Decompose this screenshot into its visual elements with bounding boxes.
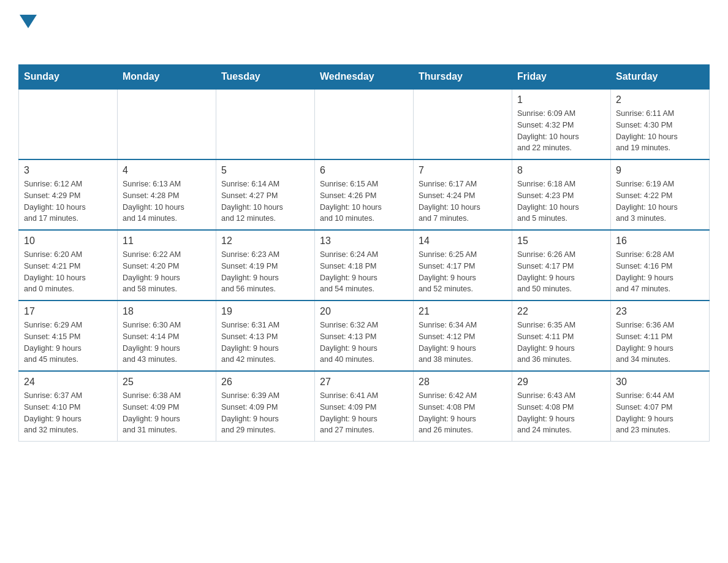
day-number: 13: [320, 236, 408, 247]
day-info: Sunrise: 6:29 AMSunset: 4:15 PMDaylight:…: [24, 320, 112, 366]
calendar-cell: 14Sunrise: 6:25 AMSunset: 4:17 PMDayligh…: [414, 230, 512, 301]
calendar-cell: 21Sunrise: 6:34 AMSunset: 4:12 PMDayligh…: [414, 301, 512, 371]
weekday-header-friday: Friday: [512, 65, 611, 90]
day-info: Sunrise: 6:15 AMSunset: 4:26 PMDaylight:…: [320, 178, 408, 224]
day-info: Sunrise: 6:11 AMSunset: 4:30 PMDaylight:…: [616, 108, 704, 154]
day-number: 8: [517, 165, 605, 176]
calendar-week-2: 3Sunrise: 6:12 AMSunset: 4:29 PMDaylight…: [19, 159, 710, 230]
day-info: Sunrise: 6:24 AMSunset: 4:18 PMDaylight:…: [320, 249, 408, 295]
calendar-cell: 4Sunrise: 6:13 AMSunset: 4:28 PMDaylight…: [118, 159, 216, 230]
day-info: Sunrise: 6:13 AMSunset: 4:28 PMDaylight:…: [123, 178, 211, 224]
day-info: Sunrise: 6:09 AMSunset: 4:32 PMDaylight:…: [517, 108, 605, 154]
day-info: Sunrise: 6:30 AMSunset: 4:14 PMDaylight:…: [123, 320, 211, 366]
day-info: Sunrise: 6:34 AMSunset: 4:12 PMDaylight:…: [419, 320, 507, 366]
calendar-cell: 23Sunrise: 6:36 AMSunset: 4:11 PMDayligh…: [611, 301, 710, 371]
day-number: 1: [517, 94, 605, 105]
calendar-cell: [414, 89, 512, 159]
calendar-cell: 10Sunrise: 6:20 AMSunset: 4:21 PMDayligh…: [19, 230, 118, 301]
svg-marker-0: [20, 15, 37, 28]
calendar-cell: 13Sunrise: 6:24 AMSunset: 4:18 PMDayligh…: [315, 230, 414, 301]
calendar-week-1: 1Sunrise: 6:09 AMSunset: 4:32 PMDaylight…: [19, 89, 710, 159]
day-info: Sunrise: 6:36 AMSunset: 4:11 PMDaylight:…: [616, 320, 704, 366]
calendar-cell: 26Sunrise: 6:39 AMSunset: 4:09 PMDayligh…: [216, 371, 315, 442]
day-info: Sunrise: 6:25 AMSunset: 4:17 PMDaylight:…: [419, 249, 507, 295]
day-number: 16: [616, 236, 704, 247]
day-number: 9: [616, 165, 704, 176]
calendar-week-3: 10Sunrise: 6:20 AMSunset: 4:21 PMDayligh…: [19, 230, 710, 301]
calendar-cell: 6Sunrise: 6:15 AMSunset: 4:26 PMDaylight…: [315, 159, 414, 230]
day-info: Sunrise: 6:39 AMSunset: 4:09 PMDaylight:…: [221, 390, 309, 436]
day-number: 3: [24, 165, 112, 176]
calendar-cell: 2Sunrise: 6:11 AMSunset: 4:30 PMDaylight…: [611, 89, 710, 159]
day-number: 26: [221, 377, 309, 388]
weekday-header-row: SundayMondayTuesdayWednesdayThursdayFrid…: [19, 65, 710, 90]
day-number: 2: [616, 94, 704, 105]
calendar-cell: 9Sunrise: 6:19 AMSunset: 4:22 PMDaylight…: [611, 159, 710, 230]
day-number: 24: [24, 377, 112, 388]
day-info: Sunrise: 6:12 AMSunset: 4:29 PMDaylight:…: [24, 178, 112, 224]
calendar-cell: 5Sunrise: 6:14 AMSunset: 4:27 PMDaylight…: [216, 159, 315, 230]
day-number: 21: [419, 306, 507, 317]
day-number: 22: [517, 306, 605, 317]
calendar-cell: 19Sunrise: 6:31 AMSunset: 4:13 PMDayligh…: [216, 301, 315, 371]
calendar-cell: 1Sunrise: 6:09 AMSunset: 4:32 PMDaylight…: [512, 89, 611, 159]
day-number: 12: [221, 236, 309, 247]
day-number: 30: [616, 377, 704, 388]
day-info: Sunrise: 6:26 AMSunset: 4:17 PMDaylight:…: [517, 249, 605, 295]
calendar-cell: 3Sunrise: 6:12 AMSunset: 4:29 PMDaylight…: [19, 159, 118, 230]
day-number: 25: [123, 377, 211, 388]
day-number: 18: [123, 306, 211, 317]
day-number: 29: [517, 377, 605, 388]
day-number: 6: [320, 165, 408, 176]
day-number: 11: [123, 236, 211, 247]
day-number: 5: [221, 165, 309, 176]
calendar-cell: 12Sunrise: 6:23 AMSunset: 4:19 PMDayligh…: [216, 230, 315, 301]
calendar-cell: 25Sunrise: 6:38 AMSunset: 4:09 PMDayligh…: [118, 371, 216, 442]
day-info: Sunrise: 6:22 AMSunset: 4:20 PMDaylight:…: [123, 249, 211, 295]
weekday-header-saturday: Saturday: [611, 65, 710, 90]
day-number: 17: [24, 306, 112, 317]
day-number: 4: [123, 165, 211, 176]
weekday-header-tuesday: Tuesday: [216, 65, 315, 90]
weekday-header-sunday: Sunday: [19, 65, 118, 90]
day-number: 27: [320, 377, 408, 388]
calendar-cell: [19, 89, 118, 159]
logo: [18, 12, 43, 55]
day-info: Sunrise: 6:28 AMSunset: 4:16 PMDaylight:…: [616, 249, 704, 295]
day-number: 7: [419, 165, 507, 176]
calendar-table: SundayMondayTuesdayWednesdayThursdayFrid…: [18, 64, 710, 442]
calendar-cell: 16Sunrise: 6:28 AMSunset: 4:16 PMDayligh…: [611, 230, 710, 301]
day-number: 14: [419, 236, 507, 247]
calendar-cell: 29Sunrise: 6:43 AMSunset: 4:08 PMDayligh…: [512, 371, 611, 442]
calendar-cell: 15Sunrise: 6:26 AMSunset: 4:17 PMDayligh…: [512, 230, 611, 301]
day-info: Sunrise: 6:31 AMSunset: 4:13 PMDaylight:…: [221, 320, 309, 366]
day-info: Sunrise: 6:19 AMSunset: 4:22 PMDaylight:…: [616, 178, 704, 224]
day-info: Sunrise: 6:35 AMSunset: 4:11 PMDaylight:…: [517, 320, 605, 366]
day-number: 28: [419, 377, 507, 388]
day-info: Sunrise: 6:17 AMSunset: 4:24 PMDaylight:…: [419, 178, 507, 224]
calendar-cell: 18Sunrise: 6:30 AMSunset: 4:14 PMDayligh…: [118, 301, 216, 371]
day-number: 10: [24, 236, 112, 247]
day-info: Sunrise: 6:14 AMSunset: 4:27 PMDaylight:…: [221, 178, 309, 224]
calendar-cell: 11Sunrise: 6:22 AMSunset: 4:20 PMDayligh…: [118, 230, 216, 301]
calendar-cell: 17Sunrise: 6:29 AMSunset: 4:15 PMDayligh…: [19, 301, 118, 371]
page-header: [18, 12, 710, 55]
calendar-cell: [118, 89, 216, 159]
calendar-cell: 7Sunrise: 6:17 AMSunset: 4:24 PMDaylight…: [414, 159, 512, 230]
day-info: Sunrise: 6:44 AMSunset: 4:07 PMDaylight:…: [616, 390, 704, 436]
calendar-cell: 28Sunrise: 6:42 AMSunset: 4:08 PMDayligh…: [414, 371, 512, 442]
day-info: Sunrise: 6:41 AMSunset: 4:09 PMDaylight:…: [320, 390, 408, 436]
day-number: 15: [517, 236, 605, 247]
calendar-week-4: 17Sunrise: 6:29 AMSunset: 4:15 PMDayligh…: [19, 301, 710, 371]
day-info: Sunrise: 6:37 AMSunset: 4:10 PMDaylight:…: [24, 390, 112, 436]
calendar-cell: 8Sunrise: 6:18 AMSunset: 4:23 PMDaylight…: [512, 159, 611, 230]
calendar-cell: 30Sunrise: 6:44 AMSunset: 4:07 PMDayligh…: [611, 371, 710, 442]
day-info: Sunrise: 6:18 AMSunset: 4:23 PMDaylight:…: [517, 178, 605, 224]
weekday-header-wednesday: Wednesday: [315, 65, 414, 90]
day-info: Sunrise: 6:43 AMSunset: 4:08 PMDaylight:…: [517, 390, 605, 436]
day-number: 19: [221, 306, 309, 317]
day-info: Sunrise: 6:38 AMSunset: 4:09 PMDaylight:…: [123, 390, 211, 436]
calendar-cell: 27Sunrise: 6:41 AMSunset: 4:09 PMDayligh…: [315, 371, 414, 442]
logo-arrow-icon: [20, 15, 37, 32]
calendar-cell: [216, 89, 315, 159]
